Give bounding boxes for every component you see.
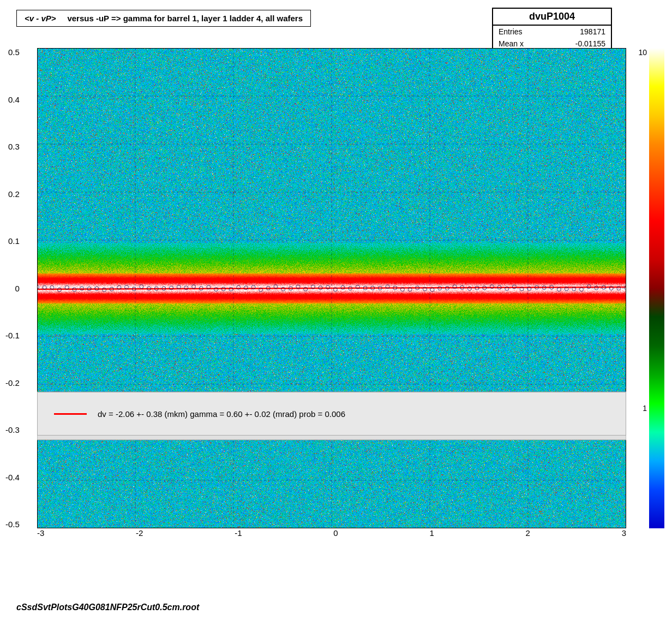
x-axis-label: -1 [235, 528, 242, 538]
y-axis-label: -0.4 [5, 473, 20, 481]
x-axis-label: -2 [136, 528, 143, 538]
legend-formula: dv = -2.06 +- 0.38 (mkm) gamma = 0.60 +-… [98, 409, 345, 419]
y-axis-label: -0.1 [5, 331, 20, 339]
y-axis-label: 0.4 [8, 96, 20, 104]
y-axis-label: -0.3 [5, 426, 20, 434]
x-axis-label: 0 [333, 528, 338, 538]
y-axis-label: 0.5 [8, 48, 20, 56]
y-axis-label: 0 [15, 284, 20, 293]
title-connector: versus -uP => gamma for barrel 1, layer … [67, 14, 303, 23]
y-axis-label: 0.3 [8, 142, 20, 151]
x-axis-label: 3 [622, 528, 626, 538]
footer-filename: cSsdSvtPlotsG40G081NFP25rCut0.5cm.root [16, 603, 199, 612]
entries-label: Entries [493, 26, 545, 38]
colorscale-max-label: 10 [638, 48, 647, 57]
main-container: <v - vP> versus -uP => gamma for barrel … [0, 0, 672, 620]
entries-value: 198171 [545, 26, 611, 38]
x-axis: -3-2-10123 [37, 528, 626, 538]
colorscale-bar [649, 48, 664, 528]
legend-line-icon [54, 413, 87, 415]
y-axis: 0.50.40.30.20.10-0.1-0.2-0.3-0.4-0.5 [5, 48, 20, 528]
title-box: <v - vP> versus -uP => gamma for barrel … [16, 10, 311, 27]
x-axis-label: 2 [526, 528, 530, 538]
stats-title: dvuP1004 [493, 9, 611, 26]
y-axis-label: -0.5 [5, 520, 20, 528]
y-axis-label: 0.2 [8, 190, 20, 198]
x-axis-label: 1 [429, 528, 434, 538]
title-lhs: <v - vP> [25, 14, 56, 23]
y-axis-label: 0.1 [8, 237, 20, 245]
stats-row-entries: Entries 198171 [493, 26, 611, 38]
y-axis-label: -0.2 [5, 379, 20, 387]
heatmap-canvas [37, 48, 626, 528]
colorscale-mid-label: 1 [643, 404, 647, 413]
x-axis-label: -3 [37, 528, 44, 538]
legend-box: dv = -2.06 +- 0.38 (mkm) gamma = 0.60 +-… [37, 392, 626, 436]
